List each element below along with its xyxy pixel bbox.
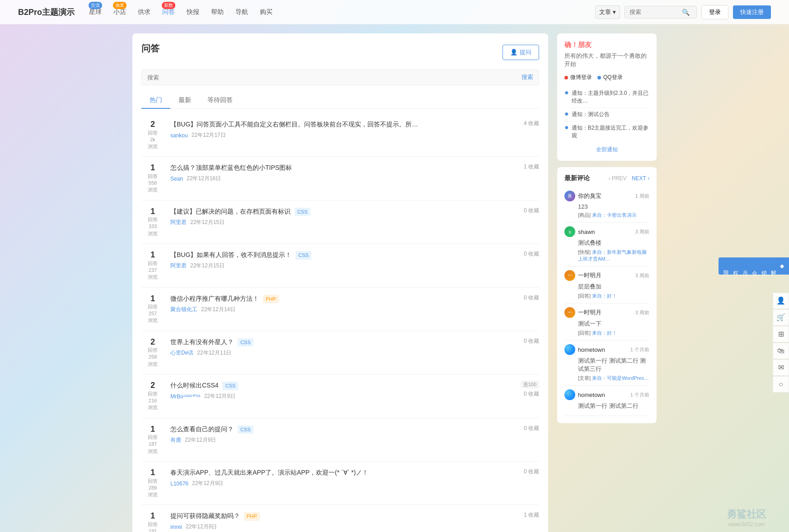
q-title[interactable]: 怎么查看自己的提问？ CSS [170,425,497,434]
comment-item: s shawn 3 周前 测试叠楼 [快报] 来自：新年新气象新电脑上班才贵AM… [564,223,649,266]
table-row: 1 回答 187浏览 怎么查看自己的提问？ CSS 有鹿 22年12月9日 0 … [141,418,539,462]
comment-username[interactable]: 你的臭宝 [578,192,601,200]
question-list: 2 回答 2k浏览 【BUG】问答页面小工具不能自定义右侧栏目。问答板块前台不现… [141,113,539,532]
grid-tool-button[interactable]: ⊞ [773,326,789,342]
comment-username[interactable]: hometown [578,346,605,353]
avatar: 臭 [564,191,575,201]
prev-button[interactable]: ‹ PREV [609,175,627,182]
comment-content: 层层叠加 [564,283,649,291]
comment-content: 123 [564,203,649,210]
notice-dot-icon: ● [564,124,569,131]
comment-time: 3 周前 [635,272,649,279]
q-title[interactable]: 怎么搞？顶部菜单栏蓝色红色的小TIPS图标 [170,163,497,173]
qa-search-button[interactable]: 搜索 [521,73,533,81]
cart-tool-button[interactable]: 🛒 [773,309,789,326]
user-tool-button[interactable]: 👤 [773,293,789,309]
notice-dot-icon: ● [564,110,569,117]
nav-item-wenda[interactable]: 新数 问答 [161,6,176,18]
shop-tool-button[interactable]: 🛍 [773,343,789,359]
comment-content: 测试一下 [564,320,649,328]
watermark: 勇鲨社区 www.0s52.com [727,508,766,527]
list-item: ● 通知：主题升级到2.3.0，并且已经改… [564,87,649,108]
tab-hot[interactable]: 热门 [141,93,170,109]
nav-item-daohang[interactable]: 导航 [235,6,249,18]
avatar: 一 [564,307,575,318]
comment-time: 1 个月前 [630,392,649,398]
weibo-login-button[interactable]: 微博登录 [564,74,592,81]
circle-tool-button[interactable]: ○ [773,376,789,392]
comment-item: 一 一时明月 3 周前 测试一下 [回答] 来自：好！ [564,303,649,341]
page-title: 问答 [141,42,160,55]
nav-item-xiaodian[interactable]: 抽奖 小店 [113,6,127,18]
sidebar-comments: 最新评论 ‹ PREV NEXT › 臭 你的臭宝 1 周前 123 [商品] … [557,167,657,423]
nav-badge-xin: 新数 [162,2,175,9]
table-row: 1 回答 289浏览 春天演示APP、过几天就出来APP了。演示站APP，欢迎一… [141,462,539,505]
comment-username[interactable]: 一时明月 [578,271,601,280]
table-row: 2 回答 216浏览 什么时候出CSS4 CSS MrBo¹²³²¹⁴⁵³¹ 2… [141,374,539,418]
comment-username[interactable]: shawn [578,229,595,235]
search-icon[interactable]: 🔍 [682,9,690,16]
promo-title: 确！朋友 [564,41,649,49]
comments-header: 最新评论 ‹ PREV NEXT › [564,174,649,182]
list-item: ● 通知：B2主题接近完工，欢迎参观 [564,121,649,142]
comment-item: hometown 1 个月前 测试第一行 测试第二行 [564,386,649,416]
q-title[interactable]: 提问可获得隐藏奖励吗？ PHP [170,511,497,521]
q-title[interactable]: 【BUG】问答页面小工具不能自定义右侧栏目。问答板块前台不现实，回答不提示。所… [170,120,497,129]
sidebar-login-promo: 确！朋友 所有的伟大，都源于一个勇敢的开始 微博登录 QQ登录 ● 通知：主题升… [557,33,657,161]
nav-item-xingqiu[interactable]: 交流 星球 [88,6,103,18]
comments-title: 最新评论 [564,174,590,182]
site-logo: B2Pro主题演示 [18,7,75,18]
comment-source[interactable]: [快报] 来自：新年新气象新电脑上班才贵AM… [564,249,649,262]
q-title[interactable]: 微信小程序推广有哪几种方法！ PHP [170,294,497,303]
ask-button[interactable]: 👤 提问 [503,45,539,60]
q-title[interactable]: 春天演示APP、过几天就出来APP了。演示站APP，欢迎一(* ´∀` *)ノ！ [170,468,497,477]
table-row: 1 回答 257浏览 微信小程序推广有哪几种方法！ PHP 聚合猫化工 22年1… [141,288,539,331]
prev-next-controls: ‹ PREV NEXT › [609,175,649,182]
sidebar: 确！朋友 所有的伟大，都源于一个勇敢的开始 微博登录 QQ登录 ● 通知：主题升… [557,33,657,532]
comment-content: 测试第一行 测试第二行 测试第三行 [564,357,649,373]
unlock-membership-button[interactable]: ◆ 解 锁 会 员 权 限 [719,257,789,275]
qq-login-button[interactable]: QQ登录 [597,74,623,81]
comment-username[interactable]: 一时明月 [578,308,601,317]
nav-items: 交流 星球 抽奖 小店 供求 新数 问答 快报 帮助 导航 购买 [88,6,595,18]
tab-waiting[interactable]: 等待回答 [199,93,241,109]
nav-item-bangzhu[interactable]: 帮助 [210,6,225,18]
search-type-select[interactable]: 文章 ▾ [595,5,620,19]
q-main: 【BUG】问答页面小工具不能自定义右侧栏目。问答板块前台不现实，回答不提示。所…… [170,120,497,139]
top-navigation: B2Pro主题演示 交流 星球 抽奖 小店 供求 新数 问答 快报 帮助 导航 … [0,0,789,24]
weibo-icon [564,76,568,79]
list-item: ● 通知：测试公告 [564,108,649,121]
comment-time: 3 周前 [635,309,649,316]
login-button[interactable]: 登录 [701,5,728,19]
avatar [564,389,575,400]
q-title[interactable]: 【建议】已解决的问题，在存档页面有标识 CSS [170,207,497,216]
qa-search-input[interactable] [147,74,521,81]
q-title[interactable]: 【BUG】如果有人回答，收不到消息提示！ CSS [170,250,497,260]
nav-item-goumai[interactable]: 购买 [259,6,273,18]
register-button[interactable]: 快速注册 [733,5,771,19]
nav-badge-jiaoliu: 交流 [89,2,102,9]
search-input[interactable] [629,9,679,15]
comment-username[interactable]: hometown [578,392,605,398]
comment-source[interactable]: [文章] 来自：可能是WordPres… [564,375,649,382]
comment-source[interactable]: [回答] 来自：好！ [564,330,649,336]
all-notices-link[interactable]: 全部通知 [564,142,649,154]
comment-content: 测试叠楼 [564,239,649,247]
nav-item-kuaibao[interactable]: 快报 [186,6,200,18]
next-button[interactable]: NEXT › [632,175,649,182]
q-right: 4 收藏 [503,120,539,127]
comment-time: 3 周前 [635,229,649,235]
avatar: 一 [564,270,575,281]
comment-source[interactable]: [商品] 来自：卡密出售演示 [564,212,649,219]
notice-list: ● 通知：主题升级到2.3.0，并且已经改… ● 通知：测试公告 ● 通知：B2… [564,87,649,142]
avatar: s [564,226,575,237]
comment-item: hometown 1 个月前 测试第一行 测试第二行 测试第三行 [文章] 来自… [564,341,649,386]
comment-time: 1 个月前 [630,346,649,353]
nav-item-gongqiu[interactable]: 供求 [137,6,151,18]
q-title[interactable]: 什么时候出CSS4 CSS [170,381,497,390]
tab-latest[interactable]: 最新 [170,93,199,109]
q-title[interactable]: 世界上有没有外星人？ CSS [170,337,497,347]
diamond-icon: ◆ [779,263,785,269]
comment-source[interactable]: [回答] 来自：好！ [564,293,649,299]
mail-tool-button[interactable]: ✉ [773,359,789,376]
